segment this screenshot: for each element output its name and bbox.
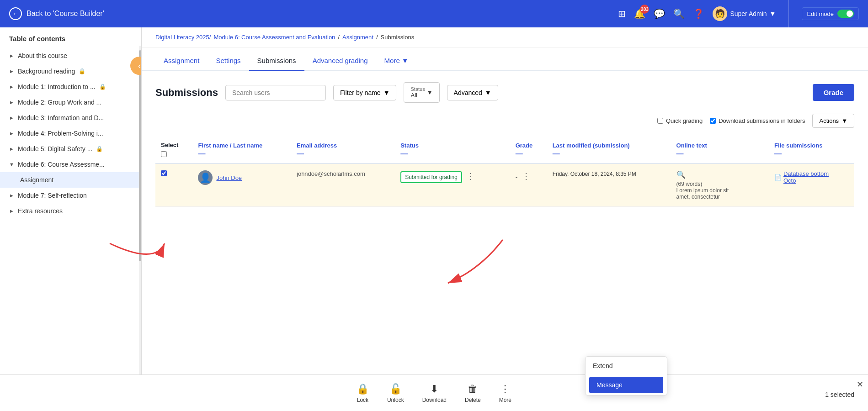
user-name-link[interactable]: John Doe [216,174,242,181]
chevron-right-icon: ► [9,100,14,105]
unlock-icon: 🔓 [389,383,402,395]
sidebar-item-extra[interactable]: ► Extra resources [0,203,141,219]
td-select [155,163,192,207]
search-icon[interactable]: 🔍 [673,8,685,19]
actions-button[interactable]: Actions ▼ [812,114,854,128]
last-modified-date: Friday, October 18, 2024, 8:35 PM [553,171,636,177]
notifications-icon[interactable]: 🔔 203 [634,8,645,19]
sidebar-item-module5[interactable]: ► Module 5: Digital Safety ... 🔒 [0,141,141,157]
sidebar-item-background[interactable]: ► Background reading 🔒 [0,63,141,79]
tab-settings[interactable]: Settings [208,51,249,71]
advanced-chevron-icon: ▼ [485,89,491,96]
user-cell: 👤 John Doe [198,170,286,185]
th-file-submissions[interactable]: File submissions — [769,137,854,163]
row-checkbox[interactable] [161,170,167,176]
bottom-bar-close-button[interactable]: ✕ [857,379,863,390]
th-email-label: Email address [297,142,337,149]
status-badge: Submitted for grading [400,171,462,183]
th-grade-label: Grade [516,142,533,149]
online-text-search-icon[interactable]: 🔍 [676,170,763,179]
table-wrapper: Select First name / Last name — [155,137,854,207]
th-online-text[interactable]: Online text — [671,137,769,163]
breadcrumb-separator2: / [376,34,378,41]
chevron-right-icon: ► [9,68,14,74]
sidebar-item-module2[interactable]: ► Module 2: Group Work and ... [0,95,141,110]
download-folders-input[interactable] [710,118,716,124]
user-avatar: 🧑 [713,6,727,21]
sidebar-item-assignment[interactable]: Assignment [0,172,141,188]
breadcrumb-assignment[interactable]: Assignment [342,34,373,41]
user-menu[interactable]: 🧑 Super Admin ▼ [713,6,776,21]
table-controls: Quick grading Download submissions in fo… [155,110,854,132]
edit-mode-toggle[interactable]: Edit mode [802,7,859,20]
breadcrumb-digital-literacy[interactable]: Digital Literacy 2025/ [155,34,211,41]
lock-icon: 🔒 [99,84,106,90]
lock-icon: 🔒 [79,68,85,74]
delete-label: Delete [465,397,481,403]
th-name[interactable]: First name / Last name — [192,137,291,163]
sidebar-item-about[interactable]: ► About this course [0,48,141,63]
help-icon[interactable]: ❓ [693,8,704,19]
quick-grading-checkbox[interactable]: Quick grading [657,117,703,124]
main-content: Digital Literacy 2025/ Module 6: Course … [142,27,868,411]
sidebar-item-module7[interactable]: ► Module 7: Self-reflection [0,188,141,203]
sidebar-item-module4[interactable]: ► Module 4: Problem-Solving i... [0,126,141,141]
search-users-input[interactable] [225,85,326,100]
status-chevron-icon: ▼ [427,89,433,96]
th-last-modified[interactable]: Last modified (submission) — [547,137,671,163]
th-status[interactable]: Status — [395,137,510,163]
toggle-circle [847,11,853,17]
chevron-right-icon: ► [9,53,14,58]
quick-grading-input[interactable] [657,118,663,124]
context-menu-extend[interactable]: Extend [586,357,667,375]
status-value: All [410,92,417,99]
grade-button[interactable]: Grade [813,84,854,101]
download-folders-checkbox[interactable]: Download submissions in folders [710,117,805,124]
user-avatar: 👤 [198,170,213,185]
page-layout: Table of contents ► About this course ► … [0,27,868,411]
status-dots-button[interactable]: ⋮ [464,170,478,182]
th-last-modified-label: Last modified (submission) [553,142,630,149]
notification-badge: 203 [640,5,649,14]
sidebar-item-label: Background reading [18,68,75,75]
advanced-button[interactable]: Advanced ▼ [447,85,498,100]
messages-icon[interactable]: 💬 [654,8,665,19]
apps-icon[interactable]: ⊞ [618,8,626,19]
actions-chevron-icon: ▼ [841,117,847,124]
status-filter[interactable]: Status All ▼ [404,82,439,103]
td-file-submissions: 📄 Database bottomOcto [769,163,854,207]
sidebar-item-module6[interactable]: ▼ Module 6: Course Assessme... [0,157,141,172]
grade-dots-button[interactable]: ⋮ [519,170,533,182]
quick-grading-label: Quick grading [666,117,703,124]
sidebar-item-module1[interactable]: ► Module 1: Introduction to ... 🔒 [0,79,141,95]
bottom-action-more[interactable]: ⋮ More [499,383,511,403]
tab-advanced-grading[interactable]: Advanced grading [304,51,376,71]
file-submission-link[interactable]: Database bottomOcto [783,170,829,184]
online-text-cell: 🔍 (69 words) Lorem ipsum dolor sit amet,… [676,170,763,200]
bottom-action-unlock[interactable]: 🔓 Unlock [387,383,404,403]
th-grade[interactable]: Grade — [510,137,547,163]
bottom-action-lock[interactable]: 🔒 Lock [357,383,369,403]
filter-by-name-button[interactable]: Filter by name ▼ [333,85,397,100]
tab-more[interactable]: More ▼ [376,51,417,71]
context-menu-message[interactable]: Message [589,377,663,393]
bottom-action-delete[interactable]: 🗑 Delete [465,383,481,403]
th-email[interactable]: Email address — [291,137,395,163]
breadcrumb-module6[interactable]: Module 6: Course Assessment and Evaluati… [213,34,335,41]
breadcrumb: Digital Literacy 2025/ Module 6: Course … [142,27,868,47]
bottom-action-download[interactable]: ⬇ Download [422,383,447,403]
table-row: 👤 John Doe johndoe@scholarlms.com Submit… [155,163,854,207]
status-label: Status [410,86,425,92]
td-grade: - ⋮ [510,163,547,207]
tab-assignment[interactable]: Assignment [155,51,208,71]
toggle-switch[interactable] [837,10,854,18]
more-icon: ⋮ [500,383,510,395]
back-button[interactable]: ← [9,7,22,20]
filter-chevron-icon: ▼ [383,89,390,96]
select-all-checkbox[interactable] [161,151,167,157]
tab-submissions[interactable]: Submissions [249,51,304,71]
sidebar-item-module3[interactable]: ► Module 3: Information and D... [0,110,141,126]
chevron-right-icon: ► [9,146,14,152]
chevron-right-icon: ► [9,208,14,214]
breadcrumb-submissions: Submissions [381,34,415,41]
